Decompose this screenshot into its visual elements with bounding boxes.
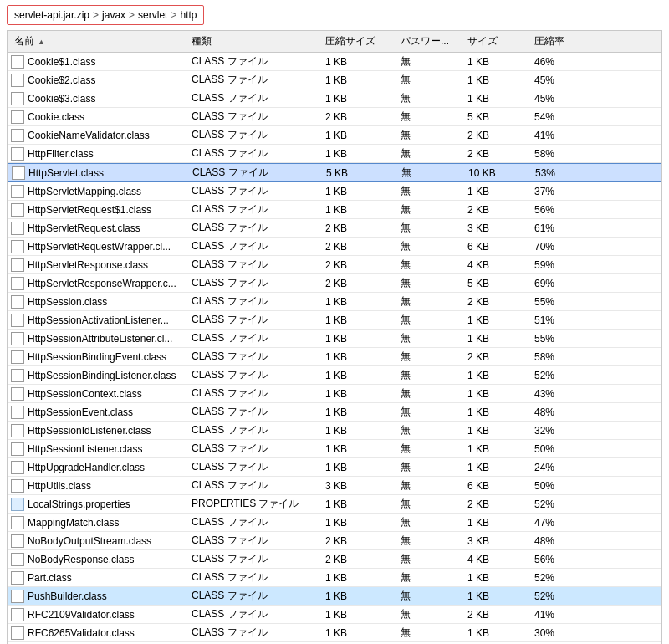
cell-name: HttpSessionAttributeListener.cl... (8, 332, 192, 345)
cell-ratio: 24% (534, 462, 585, 473)
table-row[interactable]: HttpSessionIdListener.classCLASS ファイル1 K… (8, 422, 661, 440)
table-row[interactable]: HttpServletRequest$1.classCLASS ファイル1 KB… (8, 201, 661, 219)
file-table: 名前 ▲ 種類 圧縮サイズ パスワー... サイズ 圧縮率 Cookie$1.c… (7, 30, 662, 644)
breadcrumb-item-3[interactable]: http (180, 9, 197, 21)
cell-size: 10 KB (468, 167, 535, 179)
cell-size: 2 KB (467, 351, 534, 363)
cell-name: HttpSessionEvent.class (8, 406, 192, 419)
col-header-name[interactable]: 名前 ▲ (8, 34, 192, 49)
cell-password: 無 (401, 313, 467, 327)
cell-ratio: 47% (534, 517, 585, 529)
breadcrumb-sep-0: > (93, 9, 99, 21)
file-name-text: Cookie$3.class (28, 93, 95, 105)
cell-compressed: 2 KB (325, 241, 401, 253)
cell-ratio: 52% (534, 498, 585, 510)
file-icon (11, 258, 24, 272)
table-row[interactable]: HttpSession.classCLASS ファイル1 KB無2 KB55% (8, 293, 661, 311)
table-row[interactable]: HttpSessionEvent.classCLASS ファイル1 KB無1 K… (8, 403, 661, 422)
table-row[interactable]: HttpServletMapping.classCLASS ファイル1 KB無1… (8, 182, 661, 201)
cell-ratio: 32% (534, 425, 585, 437)
cell-name: NoBodyOutputStream.class (8, 534, 192, 548)
cell-type: CLASS ファイル (192, 460, 325, 474)
table-row[interactable]: PushBuilder.classCLASS ファイル1 KB無1 KB52% (8, 587, 661, 606)
table-row[interactable]: HttpSessionBindingListener.classCLASS ファ… (8, 366, 661, 385)
cell-type: CLASS ファイル (192, 54, 325, 69)
cell-name: RFC2109Validator.class (8, 608, 192, 621)
cell-compressed: 1 KB (325, 204, 401, 216)
cell-type: CLASS ファイル (192, 110, 325, 124)
table-row[interactable]: NoBodyOutputStream.classCLASS ファイル2 KB無3… (8, 532, 661, 550)
cell-size: 1 KB (467, 186, 534, 197)
table-row[interactable]: Cookie.classCLASS ファイル2 KB無5 KB54% (8, 108, 661, 126)
table-row[interactable]: HttpServletResponse.classCLASS ファイル2 KB無… (8, 256, 661, 274)
table-row[interactable]: LocalStrings.propertiesPROPERTIES ファイル1 … (8, 495, 661, 514)
table-row[interactable]: HttpSessionBindingEvent.classCLASS ファイル1… (8, 348, 661, 366)
file-icon (11, 626, 24, 640)
table-row[interactable]: Part.classCLASS ファイル1 KB無1 KB52% (8, 569, 661, 587)
cell-ratio: 55% (534, 296, 585, 308)
cell-compressed: 1 KB (325, 498, 401, 510)
table-row[interactable]: RFC2109Validator.classCLASS ファイル1 KB無2 K… (8, 606, 661, 624)
cell-ratio: 45% (534, 74, 585, 86)
cell-password: 無 (401, 386, 467, 401)
col-header-password[interactable]: パスワー... (401, 34, 467, 49)
table-row[interactable]: HttpServletRequestWrapper.cl...CLASS ファイ… (8, 238, 661, 256)
table-row[interactable]: Cookie$1.classCLASS ファイル1 KB無1 KB46% (8, 53, 661, 71)
table-row[interactable]: HttpUtils.classCLASS ファイル3 KB無6 KB50% (8, 477, 661, 495)
table-row[interactable]: HttpSessionAttributeListener.cl...CLASS … (8, 330, 661, 348)
table-row[interactable]: HttpSessionContext.classCLASS ファイル1 KB無1… (8, 385, 661, 403)
cell-compressed: 1 KB (325, 296, 401, 308)
breadcrumb-item-1[interactable]: javax (102, 9, 125, 21)
col-header-ratio[interactable]: 圧縮率 (534, 34, 585, 49)
table-row[interactable]: HttpFilter.classCLASS ファイル1 KB無2 KB58% (8, 145, 661, 163)
cell-ratio: 54% (534, 111, 585, 123)
cell-password: 無 (401, 460, 467, 474)
file-icon (11, 442, 24, 456)
col-name-label: 名前 (14, 34, 34, 49)
table-row[interactable]: Cookie$2.classCLASS ファイル1 KB無1 KB45% (8, 71, 661, 89)
cell-ratio: 48% (534, 406, 585, 418)
table-row[interactable]: HttpUpgradeHandler.classCLASS ファイル1 KB無1… (8, 458, 661, 477)
table-row[interactable]: NoBodyResponse.classCLASS ファイル2 KB無4 KB5… (8, 550, 661, 569)
cell-type: CLASS ファイル (192, 626, 325, 640)
col-header-compressed[interactable]: 圧縮サイズ (325, 34, 401, 49)
table-row[interactable]: Cookie$3.classCLASS ファイル1 KB無1 KB45% (8, 89, 661, 108)
cell-type: CLASS ファイル (192, 386, 325, 401)
table-row[interactable]: HttpSessionListener.classCLASS ファイル1 KB無… (8, 440, 661, 458)
table-row[interactable]: MappingMatch.classCLASS ファイル1 KB無1 KB47% (8, 514, 661, 532)
col-header-size[interactable]: サイズ (467, 34, 534, 49)
cell-password: 無 (401, 128, 467, 142)
file-name-text: Cookie$2.class (28, 74, 95, 86)
cell-name: Cookie$2.class (8, 74, 192, 87)
cell-type: CLASS ファイル (192, 442, 325, 456)
table-row[interactable]: HttpServlet.classCLASS ファイル5 KB無10 KB53% (8, 163, 661, 182)
cell-size: 1 KB (467, 370, 534, 381)
file-name-text: HttpServlet.class (28, 167, 104, 179)
file-name-text: RFC2109Validator.class (28, 609, 135, 621)
cell-name: HttpSessionActivationListener... (8, 314, 192, 327)
cell-name: HttpServletMapping.class (8, 185, 192, 198)
breadcrumb-item-2[interactable]: servlet (138, 9, 167, 21)
file-icon (11, 534, 24, 548)
cell-compressed: 5 KB (326, 167, 401, 179)
table-row[interactable]: HttpServletRequest.classCLASS ファイル2 KB無3… (8, 219, 661, 238)
cell-compressed: 1 KB (325, 93, 401, 105)
cell-compressed: 1 KB (325, 56, 401, 68)
table-row[interactable]: HttpSessionActivationListener...CLASS ファ… (8, 311, 661, 330)
cell-ratio: 41% (534, 130, 585, 141)
cell-size: 1 KB (467, 462, 534, 473)
cell-compressed: 1 KB (325, 314, 401, 326)
col-header-type[interactable]: 種類 (192, 34, 325, 49)
breadcrumb-item-0[interactable]: servlet-api.jar.zip (14, 9, 89, 21)
table-row[interactable]: CookieNameValidator.classCLASS ファイル1 KB無… (8, 126, 661, 145)
file-name-text: LocalStrings.properties (28, 498, 130, 510)
cell-compressed: 1 KB (325, 186, 401, 197)
cell-type: CLASS ファイル (192, 221, 325, 235)
table-row[interactable]: HttpServletResponseWrapper.c...CLASS ファイ… (8, 274, 661, 293)
cell-type: CLASS ファイル (192, 570, 325, 585)
table-row[interactable]: RFC6265Validator.classCLASS ファイル1 KB無1 K… (8, 624, 661, 642)
file-icon (11, 350, 24, 364)
breadcrumb-sep-2: > (171, 9, 176, 21)
cell-compressed: 1 KB (325, 148, 401, 160)
cell-name: HttpSessionContext.class (8, 387, 192, 401)
